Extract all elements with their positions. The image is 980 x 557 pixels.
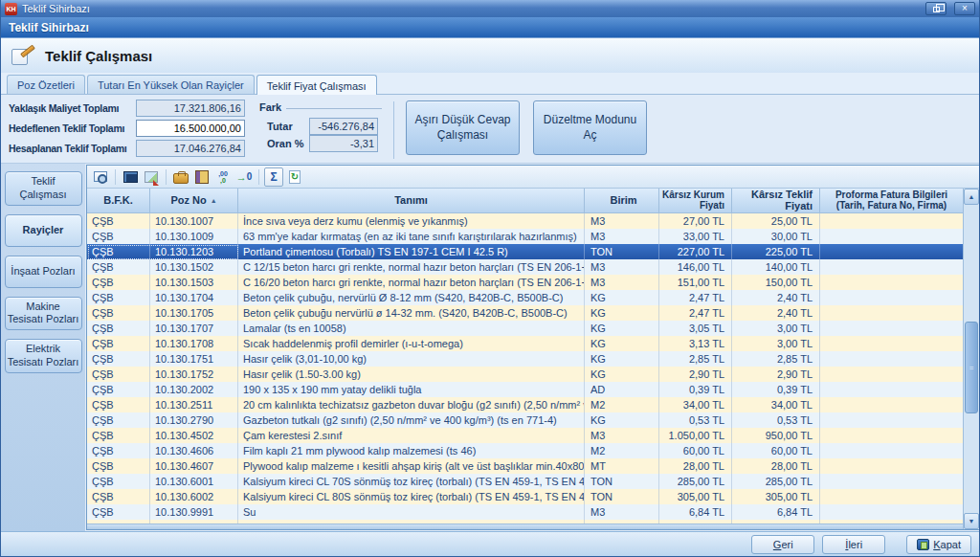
field-label: Hedeflenen Teklif Toplamı [9,123,136,134]
scroll-down-button[interactable]: ▼ [964,513,979,529]
display-icon[interactable] [121,167,140,187]
table-row-selected[interactable]: ÇŞB10.130.1203Portland çimentosu (Torbal… [87,244,963,259]
sidebar-item-rayiçler[interactable]: Rayiçler [5,214,82,247]
briefcase-icon[interactable] [171,167,190,187]
column-header-birim[interactable]: Birim [585,189,659,212]
sidebar-item-teklif-çalışması[interactable]: Teklif Çalışması [5,171,82,206]
table-row[interactable]: ÇŞB10.130.4502Çam kerestesi 2.sınıfM31.0… [87,428,963,443]
footer-bar: GeriİleriKapat [1,531,979,556]
restore-button[interactable] [925,2,947,15]
cell-5: 2,40 TL [732,290,820,305]
vertical-scrollbar[interactable]: ▲ ▼ [963,189,979,529]
table-row[interactable]: ÇŞB10.130.1752Hasır çelik (1.50-3.00 kg)… [87,367,963,382]
cell-2: Portland çimentosu (Torbalı) TS EN 197-1… [238,244,585,259]
table-row[interactable]: ÇŞB10.130.251120 cm kalınlıkta techizats… [87,397,963,412]
close-button[interactable]: × [954,2,975,15]
cell-4: 2,47 TL [659,290,732,305]
table-body: ÇŞB10.130.1007İnce sıva veya derz kumu (… [87,213,963,524]
tab-tutarı-en-yüksek-olan-rayiçler[interactable]: Tutarı En Yüksek Olan Rayiçler [87,75,255,94]
column-header-b-f-k[interactable]: B.F.K. [87,189,150,212]
cell-0: ÇŞB [87,336,150,351]
hesaplanan-teklif-toplamı-input[interactable]: 17.046.276,84 [136,140,245,157]
tab-teklif-fiyat-çalışması[interactable]: Teklif Fiyat Çalışması [256,75,377,95]
table-row[interactable]: ÇŞB10.130.1751Hasır çelik (3,01-10,00 kg… [87,351,963,367]
field-row-hedeflenen-teklif-toplamı: Hedeflenen Teklif Toplamı16.500.000,00 [9,120,250,137]
fark-group: Fark Tutar-546.276,84Oran %-3,31 [259,100,382,152]
column-header-poz-no[interactable]: Poz No▲ [150,189,238,212]
cell-3: M3 [585,213,659,229]
table-row[interactable]: ÇŞB10.130.4606Film kaplı 21 mm plywood k… [87,443,963,458]
cell-1: 10.130.4607 [150,458,238,474]
column-header-tanımı[interactable]: Tanımı [238,189,585,212]
export-image-icon[interactable] [142,167,161,187]
cell-6 [820,474,963,489]
sum-icon[interactable] [264,167,283,187]
hedeflenen-teklif-toplamı-input[interactable]: 16.500.000,00 [136,120,245,137]
kapat-button[interactable]: Kapat [906,535,971,554]
cell-4: 227,00 TL [659,244,732,259]
button-label: İleri [845,539,862,550]
cell-6 [820,443,963,458]
table-row[interactable]: ÇŞB10.130.1503C 16/20 beton harcı gri re… [87,275,963,290]
cell-4: 2,47 TL [659,305,732,321]
table-row[interactable]: ÇŞB10.130.2002190 x 135 x 190 mm yatay d… [87,382,963,397]
toolbar-separator [115,169,116,185]
table-row[interactable]: ÇŞB10.130.1708Sıcak haddelenmiş profil d… [87,336,963,351]
table-row[interactable]: ÇŞB10.130.100963 mm'ye kadar kırmataş (e… [87,229,963,244]
column-header-k-rsız-kurum-fiyatı[interactable]: Kârsız Kurum Fiyatı [659,189,732,212]
preview-icon[interactable] [91,167,110,187]
i-leri-button[interactable]: İleri [822,535,885,554]
table-row[interactable]: ÇŞB10.130.6001Kalsiyum kireci CL 70S sön… [87,474,963,489]
tab-bar: Poz ÖzetleriTutarı En Yüksek Olan Rayiçl… [1,73,979,95]
table-row[interactable]: ÇŞB10.130.4607Plywood kalıp malzeme ı ke… [87,458,963,474]
scrollbar-track[interactable] [964,205,979,513]
table-row[interactable]: ÇŞB10.130.1502C 12/15 beton harcı gri re… [87,259,963,275]
sidebar-item-makine-tesisatı-pozları[interactable]: Makine Tesisatı Pozları [5,297,82,331]
cell-1: 10.130.2511 [150,397,238,412]
aşırı-düşük-cevap-çalışması-button[interactable]: Aşırı Düşük Cevap Çalışması [406,100,520,155]
cell-5: 140,00 TL [732,259,820,275]
cell-3: TON [585,244,659,259]
yaklaşık-maliyet-toplamı-input[interactable]: 17.321.806,16 [136,100,245,117]
catalog-icon[interactable] [192,167,212,187]
cell-6 [820,275,963,290]
table-row[interactable]: ÇŞB10.130.6002Kalsiyum kireci CL 80S sön… [87,489,963,504]
sidebar-item-i-nşaat-pozları[interactable]: İnşaat Pozları [5,256,82,288]
düzeltme-modunu-aç-button[interactable]: Düzeltme Modunu Aç [533,100,647,155]
column-header-k-rsız-teklif-fiyatı[interactable]: Kârsız Teklif Fiyatı [732,189,820,212]
scroll-up-button[interactable]: ▲ [964,189,979,205]
field-label: Yaklaşık Maliyet Toplamı [9,102,136,114]
table-row[interactable]: ÇŞB10.130.1705Beton çelik çubuğu nervürl… [87,305,963,321]
totals-panel: Yaklaşık Maliyet Toplamı17.321.806,16Hed… [1,95,979,164]
cell-5: 225,00 TL [732,244,820,259]
sidebar-item-elektrik-tesisatı-pozları[interactable]: Elektrik Tesisatı Pozları [5,339,82,373]
cell-6 [820,259,963,275]
cell-3: M3 [585,275,659,290]
table-row[interactable]: ÇŞB10.130.1704Beton çelik çubuğu, nervür… [87,290,963,305]
content-area: Teklif ÇalışmasıRayiçlerİnşaat PozlarıMa… [1,164,979,531]
cell-4: 3,05 TL [659,321,732,336]
recalculate-icon[interactable] [285,167,304,187]
table-row[interactable]: ÇŞB10.130.9991SuM36,84 TL6,84 TL [87,504,963,520]
cell-2: Hasır çelik (3,01-10,00 kg) [238,351,585,367]
decimal-precision-icon[interactable] [213,167,233,187]
column-header-label: Kârsız Teklif Fiyatı [734,189,813,212]
geri-button[interactable]: Geri [751,535,814,554]
cell-0: ÇŞB [87,290,150,305]
strip-title: Teklif Sihirbazı [9,21,89,34]
memo-pencil-icon [11,45,35,66]
cell-2: İnce sıva veya derz kumu (elenmiş ve yık… [238,213,585,229]
column-header-proforma-fatura-bilgileri-tarih-fatura-no-firma[interactable]: Proforma Fatura Bilgileri (Tarih, Fatura… [820,189,963,212]
go-to-zero-icon[interactable] [234,167,254,187]
cell-3: TON [585,489,659,504]
tab-poz-özetleri[interactable]: Poz Özetleri [7,75,85,94]
table-row[interactable]: ÇŞB10.130.1707Lamalar (ts en 10058)KG3,0… [87,321,963,336]
scrollbar-thumb[interactable] [965,322,978,413]
table-row[interactable]: ÇŞB10.130.2790Gazbeton tutkalı (g2 sınıf… [87,412,963,428]
app-icon: KH [5,3,17,15]
cell-3: M2 [585,397,659,412]
table-row[interactable]: ÇŞB10.160.1002A...KG4,42 TL4,42 TL [87,520,963,524]
table-row[interactable]: ÇŞB10.130.1007İnce sıva veya derz kumu (… [87,213,963,229]
cell-0: ÇŞB [87,367,150,382]
page-title: Teklif Çalışması [45,48,152,64]
